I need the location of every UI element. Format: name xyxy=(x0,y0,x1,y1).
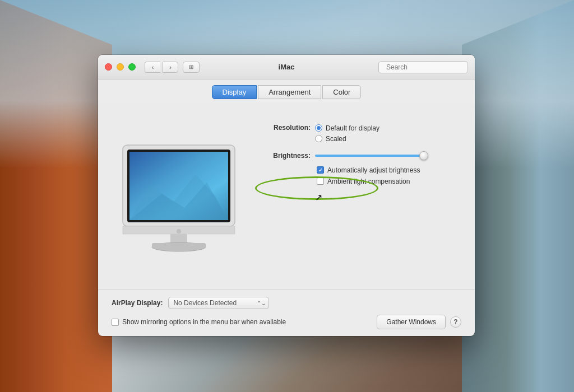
system-preferences-window: ‹ › ⊞ iMac Display Arrangement Color xyxy=(98,55,475,336)
resolution-default-label: Default for display xyxy=(326,124,379,132)
radio-dot xyxy=(317,126,321,130)
resolution-controls: Default for display Scaled xyxy=(315,124,379,143)
resolution-label: Resolution: xyxy=(263,124,311,132)
mirroring-checkbox[interactable] xyxy=(112,319,119,326)
brightness-row: Brightness: xyxy=(263,152,461,160)
mirroring-label: Show mirroring options in the menu bar w… xyxy=(122,318,286,326)
svg-rect-11 xyxy=(152,243,206,248)
search-input[interactable] xyxy=(386,63,470,71)
mirroring-row: Show mirroring options in the menu bar w… xyxy=(112,315,461,329)
brightness-slider-container xyxy=(315,155,461,157)
bottom-buttons: Gather Windows ? xyxy=(377,315,461,329)
mirroring-left[interactable]: Show mirroring options in the menu bar w… xyxy=(112,318,286,326)
airplay-select[interactable]: No Devices Detected xyxy=(168,297,269,309)
maximize-button[interactable] xyxy=(128,63,136,71)
resolution-scaled-radio[interactable] xyxy=(315,135,322,142)
nav-buttons: ‹ › xyxy=(145,62,178,73)
help-button[interactable]: ? xyxy=(450,316,461,328)
settings-area: Resolution: Default for display Scaled xyxy=(263,113,461,281)
auto-brightness-row[interactable]: ✓ Automatically adjust brightness xyxy=(317,166,461,174)
window-title: iMac xyxy=(279,63,295,71)
forward-button[interactable]: › xyxy=(163,62,178,73)
minimize-button[interactable] xyxy=(117,63,124,71)
display-section: Resolution: Default for display Scaled xyxy=(112,113,461,281)
tabs-toolbar: Display Arrangement Color xyxy=(98,80,475,104)
airplay-row: AirPlay Display: No Devices Detected ⌃⌄ xyxy=(112,297,461,309)
auto-brightness-checkbox[interactable]: ✓ xyxy=(317,166,324,174)
cursor: ↗ xyxy=(315,192,322,203)
resolution-scaled-label: Scaled xyxy=(326,135,346,143)
auto-brightness-label: Automatically adjust brightness xyxy=(327,166,420,174)
gather-windows-button[interactable]: Gather Windows xyxy=(377,315,446,329)
resolution-row: Resolution: Default for display Scaled xyxy=(263,124,461,143)
grid-button[interactable]: ⊞ xyxy=(183,62,200,73)
airplay-select-wrapper[interactable]: No Devices Detected ⌃⌄ xyxy=(168,297,269,309)
brightness-label: Brightness: xyxy=(263,152,311,160)
resolution-scaled-option[interactable]: Scaled xyxy=(315,135,379,143)
slider-thumb[interactable] xyxy=(419,151,428,160)
airplay-label: AirPlay Display: xyxy=(112,299,163,307)
traffic-lights xyxy=(105,63,136,71)
display-content: Resolution: Default for display Scaled xyxy=(98,104,475,290)
imac-container xyxy=(112,113,246,281)
titlebar: ‹ › ⊞ iMac xyxy=(98,55,475,80)
imac-illustration xyxy=(117,141,240,253)
resolution-default-option[interactable]: Default for display xyxy=(315,124,379,132)
back-icon: ‹ xyxy=(152,64,154,71)
forward-icon: › xyxy=(169,64,172,71)
checkbox-group: ✓ Automatically adjust brightness Ambien… xyxy=(263,166,461,185)
tab-display[interactable]: Display xyxy=(212,85,257,99)
close-button[interactable] xyxy=(105,63,112,71)
resolution-default-radio[interactable] xyxy=(315,124,322,132)
checkmark-icon: ✓ xyxy=(318,167,323,173)
tab-arrangement[interactable]: Arrangement xyxy=(258,85,321,99)
back-button[interactable]: ‹ xyxy=(145,62,160,73)
ambient-light-row[interactable]: Ambient light compensation xyxy=(317,178,461,185)
svg-point-8 xyxy=(177,229,181,234)
search-box[interactable] xyxy=(378,61,468,73)
brightness-slider[interactable] xyxy=(315,155,427,157)
bottom-section: AirPlay Display: No Devices Detected ⌃⌄ … xyxy=(98,290,475,336)
tab-color[interactable]: Color xyxy=(322,85,361,99)
ambient-light-label: Ambient light compensation xyxy=(327,178,410,185)
ambient-light-checkbox[interactable] xyxy=(317,178,324,185)
grid-icon: ⊞ xyxy=(189,64,194,70)
